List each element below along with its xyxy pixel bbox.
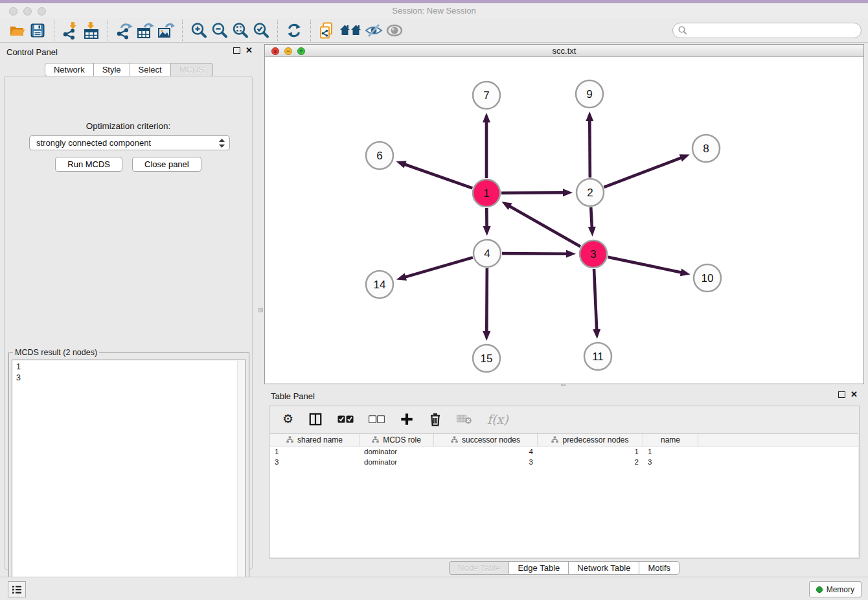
close-panel-button[interactable]: Close panel	[132, 157, 201, 172]
close-panel-icon[interactable]: ✕	[246, 47, 253, 54]
node-label: 4	[484, 248, 490, 260]
function-builder-icon[interactable]: f(x)	[487, 412, 508, 426]
tab-network-table[interactable]: Network Table	[568, 561, 639, 575]
open-session-icon[interactable]	[6, 20, 27, 41]
export-table-icon[interactable]	[135, 20, 155, 41]
close-table-panel-icon[interactable]: ✕	[851, 391, 858, 398]
search-input[interactable]	[691, 26, 856, 35]
graph-node-2[interactable]: 2	[577, 179, 604, 206]
table-cell[interactable]: dominator	[360, 446, 434, 457]
column-header-name[interactable]: name	[643, 433, 698, 446]
export-network-icon[interactable]	[114, 20, 135, 41]
edge-4-14[interactable]	[404, 257, 472, 277]
table-row[interactable]: 1dominator411	[270, 446, 858, 457]
graph-node-8[interactable]: 8	[692, 135, 720, 162]
run-mcds-button[interactable]: Run MCDS	[55, 157, 122, 172]
graph-node-4[interactable]: 4	[474, 240, 501, 267]
node-table[interactable]: shared nameMCDS rolesuccessor nodesprede…	[270, 433, 858, 557]
toggle-column-display-icon[interactable]	[308, 412, 323, 426]
tab-node-table[interactable]: Node Table	[449, 561, 510, 575]
vertical-split-grip[interactable]	[258, 308, 263, 312]
table-cell[interactable]: 1	[643, 446, 698, 457]
network-view-window: x − + scc.txt 7968124314101511	[264, 44, 864, 384]
graph-node-7[interactable]: 7	[473, 82, 500, 109]
graph-node-1[interactable]: 1	[473, 179, 500, 207]
table-cell[interactable]: 3	[270, 457, 360, 467]
graph-node-11[interactable]: 11	[584, 343, 611, 370]
table-cell[interactable]: 2	[538, 457, 643, 467]
tab-select[interactable]: Select	[130, 63, 171, 76]
float-table-panel-icon[interactable]	[838, 391, 845, 398]
tab-edge-table[interactable]: Edge Table	[508, 561, 569, 575]
edge-4-15[interactable]	[486, 268, 487, 332]
edge-1-2[interactable]	[501, 192, 564, 193]
zoom-fit-icon[interactable]	[230, 20, 251, 41]
tab-style[interactable]: Style	[93, 63, 130, 76]
os-titlebar: Session: New Session	[0, 3, 868, 18]
table-row[interactable]: 3dominator323	[270, 457, 858, 467]
table-cell[interactable]: 4	[434, 446, 538, 457]
float-panel-icon[interactable]	[233, 47, 240, 54]
search-box[interactable]	[672, 23, 862, 38]
column-header-predecessor-nodes[interactable]: predecessor nodes	[538, 433, 643, 446]
import-table-icon[interactable]	[81, 20, 102, 41]
mcds-result-text[interactable]: 1 3	[12, 360, 246, 593]
save-session-icon[interactable]	[27, 20, 48, 41]
edge-4-3[interactable]	[502, 253, 567, 254]
zoom-selected-icon[interactable]	[251, 20, 271, 41]
settings-gear-icon[interactable]: ⚙	[282, 413, 293, 426]
table-cell[interactable]: 1	[270, 446, 360, 457]
tab-network[interactable]: Network	[45, 63, 94, 76]
edge-3-10[interactable]	[608, 257, 682, 273]
task-history-button[interactable]	[8, 581, 26, 597]
tab-motifs[interactable]: Motifs	[639, 561, 680, 575]
edge-arrowhead	[396, 161, 406, 168]
graph-node-6[interactable]: 6	[366, 142, 393, 169]
edge-3-11[interactable]	[594, 269, 597, 330]
graph-node-3[interactable]: 3	[580, 240, 607, 268]
edge-3-1[interactable]	[509, 206, 580, 247]
column-type-icon	[551, 436, 558, 443]
edge-1-6[interactable]	[404, 164, 473, 188]
column-header-label: successor nodes	[462, 435, 520, 444]
table-cell[interactable]: 1	[538, 446, 643, 457]
deselect-all-rows-icon[interactable]	[369, 415, 385, 423]
table-cell[interactable]: dominator	[360, 457, 434, 467]
memory-button[interactable]: Memory	[809, 581, 862, 597]
network-window-titlebar[interactable]: x − + scc.txt	[265, 45, 863, 57]
zoom-in-icon[interactable]	[188, 20, 209, 41]
delete-row-icon[interactable]	[429, 412, 442, 426]
delete-table-icon[interactable]	[457, 414, 472, 424]
hide-graphics-details-icon[interactable]	[363, 20, 384, 41]
column-header-successor-nodes[interactable]: successor nodes	[434, 433, 538, 446]
column-header-MCDS-role[interactable]: MCDS role	[360, 433, 434, 446]
node-label: 10	[702, 272, 714, 284]
optimization-criterion-dropdown[interactable]: strongly connected component	[29, 135, 230, 150]
export-image-icon[interactable]	[155, 20, 176, 41]
clone-network-icon[interactable]	[317, 20, 337, 41]
result-scrollbar[interactable]	[237, 361, 245, 592]
column-header-label: predecessor nodes	[562, 435, 628, 444]
table-header-row: shared nameMCDS rolesuccessor nodesprede…	[270, 433, 858, 446]
edge-2-9[interactable]	[589, 120, 590, 178]
graph-node-15[interactable]: 15	[473, 345, 500, 372]
import-network-icon[interactable]	[60, 20, 81, 41]
graph-node-14[interactable]: 14	[366, 271, 393, 298]
graph-node-10[interactable]: 10	[694, 264, 721, 292]
graph-node-9[interactable]: 9	[576, 80, 603, 108]
network-canvas[interactable]: 7968124314101511	[265, 57, 863, 384]
edge-2-8[interactable]	[604, 157, 682, 187]
table-cell[interactable]: 3	[434, 457, 538, 467]
show-graphics-details-icon[interactable]	[384, 20, 405, 41]
tab-mcds[interactable]: MCDS	[170, 63, 213, 76]
refresh-layout-icon[interactable]	[284, 20, 304, 41]
table-cell[interactable]: 3	[643, 457, 698, 467]
network-overview-icon[interactable]	[337, 20, 363, 41]
edge-2-3[interactable]	[591, 207, 592, 228]
column-type-icon	[372, 436, 379, 443]
add-row-icon[interactable]	[400, 412, 414, 426]
column-header-shared-name[interactable]: shared name	[270, 433, 360, 446]
edge-arrowhead	[593, 329, 600, 339]
select-all-rows-icon[interactable]	[337, 415, 354, 423]
zoom-out-icon[interactable]	[209, 20, 230, 41]
